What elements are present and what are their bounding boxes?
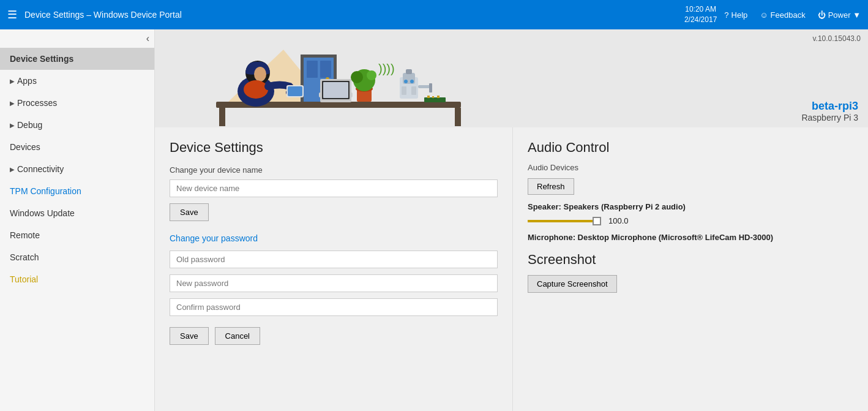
illustration-svg: )))) <box>167 31 473 126</box>
main-layout: ‹ Device Settings ▶ Apps ▶ Processes ▶ D… <box>0 29 868 411</box>
svg-rect-35 <box>288 86 302 96</box>
sidebar-item-label: Connectivity <box>17 164 64 174</box>
svg-point-14 <box>351 71 363 83</box>
sidebar-item-devices[interactable]: Devices <box>0 136 154 158</box>
volume-slider[interactable] <box>528 220 601 222</box>
sidebar-item-label: TPM Configuration <box>10 186 81 196</box>
sidebar-item-device-settings[interactable]: Device Settings <box>0 48 154 70</box>
content-panels: Device Settings Change your device name … <box>155 127 868 411</box>
volume-control: 100.0 <box>528 216 853 225</box>
save-name-button[interactable]: Save <box>170 203 209 221</box>
sidebar-item-remote[interactable]: Remote <box>0 224 154 246</box>
sidebar-item-label: Processes <box>17 98 57 108</box>
sidebar-item-label: Devices <box>10 142 40 152</box>
svg-rect-6 <box>320 61 331 78</box>
help-button[interactable]: ? Help <box>724 10 747 20</box>
hamburger-menu[interactable]: ☰ <box>7 8 17 21</box>
device-settings-title: Device Settings <box>170 140 498 156</box>
svg-rect-25 <box>429 83 432 92</box>
svg-text:)))): )))) <box>378 62 395 75</box>
sidebar-item-label: Windows Update <box>10 208 75 218</box>
audio-control-title: Audio Control <box>528 140 853 156</box>
screenshot-title: Screenshot <box>528 252 853 268</box>
feedback-icon: ☺ <box>760 10 768 20</box>
topbar: ☰ Device Settings – Windows Device Porta… <box>0 0 868 29</box>
power-icon: ⏻ <box>818 10 826 20</box>
arrow-icon: ▶ <box>10 78 15 85</box>
svg-rect-1 <box>219 108 225 126</box>
sidebar-item-debug[interactable]: ▶ Debug <box>0 114 154 136</box>
topbar-actions: ? Help ☺ Feedback ⏻ Power ▼ <box>724 10 861 20</box>
new-device-name-input[interactable] <box>170 179 498 197</box>
save-password-button[interactable]: Save <box>170 327 209 345</box>
sidebar-item-scratch[interactable]: Scratch <box>0 246 154 268</box>
old-password-input[interactable] <box>170 251 498 268</box>
sidebar-item-label: Debug <box>17 120 42 130</box>
svg-rect-22 <box>402 86 406 95</box>
svg-rect-8 <box>301 55 337 58</box>
sidebar-item-windows-update[interactable]: Windows Update <box>0 202 154 224</box>
capture-screenshot-button[interactable]: Capture Screenshot <box>528 275 617 293</box>
arrow-icon: ▶ <box>10 100 15 107</box>
svg-rect-27 <box>427 96 430 98</box>
volume-value: 100.0 <box>608 216 629 225</box>
app-title: Device Settings – Windows Device Portal <box>24 10 677 20</box>
help-icon: ? <box>724 10 728 20</box>
svg-point-21 <box>410 80 414 83</box>
svg-point-15 <box>367 70 376 80</box>
confirm-password-input[interactable] <box>170 298 498 316</box>
audio-screenshot-panel: Audio Control Audio Devices Refresh Spea… <box>513 127 868 411</box>
device-settings-panel: Device Settings Change your device name … <box>155 127 513 411</box>
arrow-icon: ▶ <box>10 122 15 129</box>
svg-point-20 <box>404 80 408 83</box>
svg-rect-2 <box>455 108 461 126</box>
sidebar-collapse-button[interactable]: ‹ <box>0 29 154 48</box>
power-button[interactable]: ⏻ Power ▼ <box>818 10 861 20</box>
volume-thumb[interactable] <box>593 217 601 225</box>
sidebar-item-label: Device Settings <box>10 54 73 64</box>
svg-rect-26 <box>424 97 446 102</box>
sidebar-item-label: Apps <box>17 76 37 86</box>
change-password-label: Change your password <box>170 233 498 243</box>
audio-devices-label: Audio Devices <box>528 163 853 172</box>
refresh-button[interactable]: Refresh <box>528 178 574 195</box>
sidebar-item-label: Remote <box>10 230 40 240</box>
volume-fill <box>528 220 594 222</box>
svg-rect-5 <box>307 61 318 78</box>
clock: 10:20 AM 2/24/2017 <box>684 4 717 25</box>
hero-illustration: )))) <box>155 29 868 127</box>
sidebar-item-label: Tutorial <box>10 274 38 284</box>
svg-rect-28 <box>432 96 434 98</box>
sidebar-item-apps[interactable]: ▶ Apps <box>0 70 154 92</box>
svg-rect-19 <box>406 69 412 74</box>
change-name-label: Change your device name <box>170 165 498 175</box>
hero-banner: v.10.0.15043.0 <box>155 29 868 127</box>
password-section: Change your password Save Cancel <box>170 233 498 345</box>
sidebar-item-tutorial[interactable]: Tutorial <box>0 268 154 290</box>
sidebar-item-connectivity[interactable]: ▶ Connectivity <box>0 158 154 180</box>
sidebar-item-tpm-config[interactable]: TPM Configuration <box>0 180 154 202</box>
svg-rect-24 <box>418 85 430 88</box>
svg-rect-39 <box>323 82 348 98</box>
feedback-button[interactable]: ☺ Feedback <box>760 10 805 20</box>
sidebar: ‹ Device Settings ▶ Apps ▶ Processes ▶ D… <box>0 29 155 411</box>
new-password-input[interactable] <box>170 274 498 292</box>
arrow-icon: ▶ <box>10 166 15 173</box>
microphone-label: Microphone: Desktop Microphone (Microsof… <box>528 233 853 242</box>
svg-point-33 <box>244 80 268 99</box>
svg-point-32 <box>254 67 266 81</box>
svg-rect-29 <box>437 96 440 98</box>
cancel-button[interactable]: Cancel <box>215 327 260 345</box>
main-content: v.10.0.15043.0 <box>155 29 868 411</box>
sidebar-item-processes[interactable]: ▶ Processes <box>0 92 154 114</box>
sidebar-item-label: Scratch <box>10 252 39 262</box>
speaker-label: Speaker: Speakers (Raspberry Pi 2 audio) <box>528 202 853 211</box>
svg-rect-23 <box>411 86 416 95</box>
